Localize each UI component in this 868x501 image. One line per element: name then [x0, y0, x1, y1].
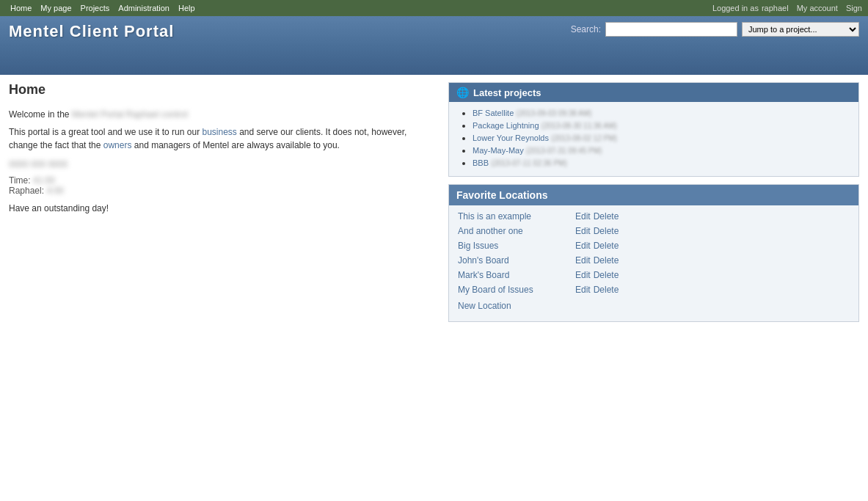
nav-projects[interactable]: Projects — [76, 1, 114, 15]
fav-delete-0[interactable]: Delete — [594, 211, 619, 222]
fav-edit-4[interactable]: Edit — [575, 270, 591, 280]
fav-edit-3[interactable]: Edit — [575, 255, 591, 266]
latest-projects-header: 🌐 Latest projects — [449, 83, 858, 102]
fav-row-2: Big Issues Edit Delete — [458, 241, 850, 251]
raphael-label: Raphael: — [9, 186, 44, 196]
fav-delete-5[interactable]: Delete — [594, 285, 619, 295]
run-link[interactable]: business — [202, 127, 236, 137]
search-label: Search: — [571, 24, 601, 34]
header-top: Mentel Client Portal Search: Jump to a p… — [9, 22, 859, 41]
right-column: 🌐 Latest projects BF Satellite (2013-09-… — [448, 82, 859, 322]
project-date-3: (2013-07-31 09:45 PM) — [526, 147, 602, 155]
list-item: BF Satellite (2013-09-03 09:38 AM) — [473, 108, 850, 118]
list-item: Package Lightning (2013-08-30 11:36 AM) — [473, 120, 850, 131]
top-navigation: Home My page Projects Administration Hel… — [0, 0, 868, 16]
time-row: Time: 41:00 — [9, 175, 437, 186]
info-block: 0000 000 0000 — [9, 159, 437, 169]
nav-help[interactable]: Help — [174, 1, 200, 15]
new-location-link[interactable]: New Location — [458, 301, 511, 311]
project-date-2: (2013-08-02 12 PM) — [551, 134, 617, 142]
fav-delete-2[interactable]: Delete — [594, 241, 619, 251]
fav-row-5: My Board of Issues Edit Delete — [458, 285, 850, 295]
fav-actions-3: Edit Delete — [575, 255, 619, 266]
main-content: Home Welcome in the Mentel Portal Raphae… — [0, 75, 868, 329]
fav-edit-5[interactable]: Edit — [575, 285, 591, 295]
raphael-value: 4:00 — [46, 186, 63, 196]
fav-actions-2: Edit Delete — [575, 241, 619, 251]
latest-projects-icon: 🌐 — [456, 87, 469, 98]
separator — [792, 4, 794, 12]
project-link-4[interactable]: BBB — [473, 158, 489, 167]
fav-actions-5: Edit Delete — [575, 285, 619, 295]
top-nav-right: Logged in as raphael My account Sign — [712, 4, 862, 12]
nav-mypage[interactable]: My page — [36, 1, 76, 15]
time-label: Time: — [9, 175, 31, 186]
latest-projects-list: BF Satellite (2013-09-03 09:38 AM) Packa… — [458, 108, 850, 168]
my-account-link[interactable]: My account — [797, 4, 838, 12]
search-area: Search: Jump to a project... — [571, 22, 859, 37]
fav-name-0[interactable]: This is an example — [458, 211, 575, 222]
site-header: Mentel Client Portal Search: Jump to a p… — [0, 16, 868, 75]
owners-link[interactable]: owners — [103, 140, 132, 150]
fav-actions-0: Edit Delete — [575, 211, 619, 222]
latest-projects-title: Latest projects — [473, 87, 541, 98]
favorite-locations-content: This is an example Edit Delete And anoth… — [449, 205, 858, 321]
fav-name-5[interactable]: My Board of Issues — [458, 285, 575, 295]
fav-delete-1[interactable]: Delete — [594, 226, 619, 236]
project-date-1: (2013-08-30 11:36 AM) — [541, 122, 617, 130]
top-nav-left: Home My page Projects Administration Hel… — [6, 1, 200, 15]
separator2 — [841, 4, 843, 12]
fav-name-4[interactable]: Mark's Board — [458, 270, 575, 280]
nav-home[interactable]: Home — [6, 1, 36, 15]
fav-delete-3[interactable]: Delete — [594, 255, 619, 266]
logged-in-text: Logged in as — [712, 4, 759, 12]
jump-to-project-select[interactable]: Jump to a project... — [742, 22, 859, 37]
fav-name-2[interactable]: Big Issues — [458, 241, 575, 251]
fav-row-0: This is an example Edit Delete — [458, 211, 850, 222]
time-block: Time: 41:00 Raphael: 4:00 — [9, 175, 437, 196]
list-item: Lower Your Reynolds (2013-08-02 12 PM) — [473, 133, 850, 143]
welcome-intro-text: Welcome in the — [9, 109, 69, 120]
list-item: BBB (2013-07-11 02:36 PM) — [473, 158, 850, 168]
raphael-row: Raphael: 4:00 — [9, 186, 437, 196]
project-link-3[interactable]: May-May-May — [473, 146, 524, 155]
project-link-1[interactable]: Package Lightning — [473, 121, 539, 130]
fav-name-1[interactable]: And another one — [458, 226, 575, 236]
welcome-paragraph: This portal is a great tool and we use i… — [9, 125, 437, 152]
fav-row-3: John's Board Edit Delete — [458, 255, 850, 266]
favorite-locations-header: Favorite Locations — [449, 185, 858, 205]
fav-row-4: Mark's Board Edit Delete — [458, 270, 850, 280]
fav-name-3[interactable]: John's Board — [458, 255, 575, 266]
fav-actions-4: Edit Delete — [575, 270, 619, 280]
page-title: Home — [9, 82, 437, 100]
sign-link[interactable]: Sign — [846, 4, 862, 12]
fav-edit-2[interactable]: Edit — [575, 241, 591, 251]
favorite-locations-box: Favorite Locations This is an example Ed… — [448, 184, 859, 322]
project-link-2[interactable]: Lower Your Reynolds — [473, 134, 549, 142]
latest-projects-box: 🌐 Latest projects BF Satellite (2013-09-… — [448, 82, 859, 177]
latest-projects-content: BF Satellite (2013-09-03 09:38 AM) Packa… — [449, 102, 858, 176]
project-date-0: (2013-09-03 09:38 AM) — [517, 109, 592, 117]
list-item: May-May-May (2013-07-31 09:45 PM) — [473, 145, 850, 156]
time-value: 41:00 — [33, 175, 55, 186]
welcome-intro-line: Welcome in the Mentel Portal Raphael con… — [9, 109, 437, 120]
fav-edit-0[interactable]: Edit — [575, 211, 591, 222]
fav-delete-4[interactable]: Delete — [594, 270, 619, 280]
username-link[interactable]: raphael — [762, 4, 789, 12]
fav-edit-1[interactable]: Edit — [575, 226, 591, 236]
closing-message: Have an outstanding day! — [9, 203, 437, 213]
nav-administration[interactable]: Administration — [114, 1, 174, 15]
new-location-row: New Location — [458, 301, 850, 311]
fav-actions-1: Edit Delete — [575, 226, 619, 236]
site-title: Mentel Client Portal — [9, 22, 174, 41]
project-link-0[interactable]: BF Satellite — [473, 109, 514, 117]
fav-row-1: And another one Edit Delete — [458, 226, 850, 236]
search-input[interactable] — [605, 22, 737, 37]
project-date-4: (2013-07-11 02:36 PM) — [491, 159, 566, 167]
left-column: Home Welcome in the Mentel Portal Raphae… — [9, 82, 437, 322]
welcome-blurred-text: Mentel Portal Raphael control — [72, 109, 188, 120]
